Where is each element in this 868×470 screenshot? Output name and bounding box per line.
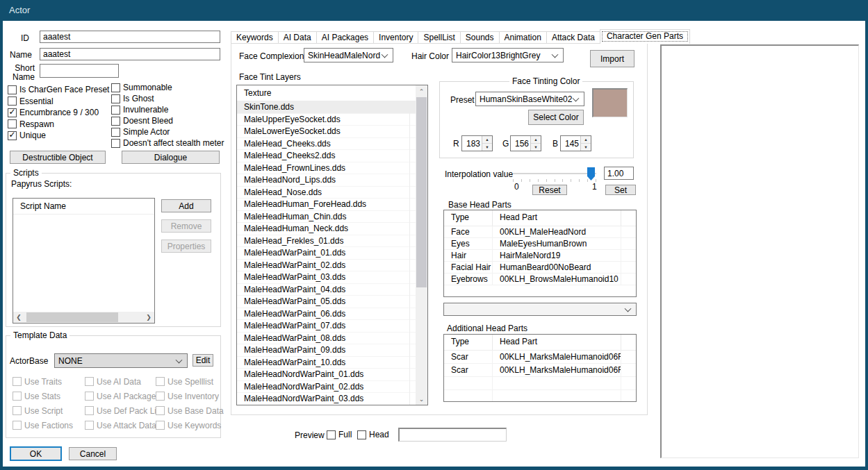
- texture-list-item[interactable]: MaleHeadHuman_ForeHead.dds: [237, 199, 416, 211]
- spin-down-icon[interactable]: ▼: [482, 144, 492, 151]
- table-row[interactable]: Facial HairHumanBeard00NoBeard: [444, 262, 636, 274]
- dialogue-button[interactable]: Dialogue: [122, 151, 220, 164]
- texture-list-item[interactable]: MaleHeadNordWarPaint_02.dds: [237, 381, 416, 394]
- texture-list-item[interactable]: MaleHeadWarPaint_02.dds: [237, 260, 416, 272]
- scripts-horizontal-scrollbar[interactable]: ❮ ❯: [13, 312, 154, 323]
- texture-list-item[interactable]: MaleHeadNordWarPaint_01.dds: [237, 369, 416, 381]
- column-header-head-part[interactable]: Head Part: [493, 210, 621, 226]
- checkbox-use-base-data[interactable]: Use Base Data: [156, 403, 217, 418]
- column-header-spacer[interactable]: [621, 335, 636, 350]
- texture-list-item[interactable]: SkinTone.dds: [237, 101, 416, 114]
- red-spinner[interactable]: 183 ▲▼: [461, 135, 493, 151]
- checkbox-icon[interactable]: [85, 421, 94, 430]
- texture-list-item[interactable]: MaleHead_Frekles_01.dds: [237, 235, 416, 248]
- texture-list-item[interactable]: MaleHeadNordWarPaint_03.dds: [237, 393, 416, 405]
- texture-list-item[interactable]: MaleLowerEyeSocket.dds: [237, 126, 416, 138]
- blue-value[interactable]: 145: [561, 136, 580, 151]
- checkbox-icon[interactable]: [8, 85, 17, 94]
- checkbox-icon[interactable]: [85, 377, 94, 386]
- texture-list-item[interactable]: MaleHeadWarPaint_06.dds: [237, 308, 416, 321]
- checkbox-icon[interactable]: [357, 430, 366, 439]
- column-header-head-part[interactable]: Head Part: [493, 335, 621, 350]
- spin-up-icon[interactable]: ▲: [581, 136, 591, 144]
- checkbox-icon[interactable]: [111, 139, 120, 148]
- checkbox-icon[interactable]: [111, 83, 120, 92]
- checkbox-use-ai-packages[interactable]: Use AI Packages: [85, 389, 156, 403]
- texture-list-item[interactable]: MaleHeadWarPaint_01.dds: [237, 247, 416, 260]
- checkbox-icon[interactable]: [8, 96, 17, 106]
- checkbox-use-inventory[interactable]: Use Inventory: [156, 389, 217, 403]
- table-row[interactable]: [444, 377, 636, 390]
- checkbox-essential[interactable]: Essential: [8, 96, 109, 108]
- tab-keywords[interactable]: Keywords: [231, 31, 279, 44]
- texture-list-item[interactable]: MaleHead_Cheeks.dds: [237, 138, 416, 151]
- tint-preset-combo[interactable]: HumanSkinBaseWhite02: [475, 92, 584, 106]
- checkbox-is-chargen-face-preset[interactable]: Is CharGen Face Preset: [8, 84, 109, 96]
- table-row[interactable]: HairHairMaleNord19: [444, 250, 636, 262]
- destructible-object-button[interactable]: Destructible Object: [10, 151, 106, 164]
- checkbox-encumbrance-9-300[interactable]: ✓Encumbrance 9 / 300: [8, 107, 109, 119]
- set-button[interactable]: Set: [605, 185, 636, 195]
- checkbox-use-script[interactable]: Use Script: [13, 403, 85, 418]
- spin-up-icon[interactable]: ▲: [482, 136, 492, 144]
- texture-list-item[interactable]: MaleHeadWarPaint_09.dds: [237, 344, 416, 357]
- tab-ai-data[interactable]: AI Data: [278, 31, 317, 44]
- checkbox-icon[interactable]: [156, 406, 165, 415]
- checkbox-summonable[interactable]: Summonable: [111, 82, 224, 93]
- checkbox-icon[interactable]: [156, 377, 165, 386]
- additional-head-parts-table[interactable]: TypeHead PartScar00KLH_MarksMaleHumanoid…: [443, 334, 637, 402]
- papyrus-scripts-list[interactable]: Script Name ❮ ❯: [13, 198, 155, 324]
- ok-button[interactable]: OK: [10, 446, 62, 461]
- checkbox-icon[interactable]: [111, 128, 120, 137]
- checkbox-icon[interactable]: [156, 392, 165, 401]
- green-spinner[interactable]: 156 ▲▼: [510, 135, 541, 151]
- checkbox-use-stats[interactable]: Use Stats: [13, 389, 85, 403]
- cancel-button[interactable]: Cancel: [69, 447, 117, 460]
- checkbox-use-ai-data[interactable]: Use AI Data: [85, 374, 156, 389]
- table-header-row[interactable]: TypeHead Part: [444, 210, 636, 226]
- texture-list-item[interactable]: MaleHead_Cheeks2.dds: [237, 150, 416, 162]
- checkbox-unique[interactable]: ✓Unique: [8, 130, 109, 142]
- checkbox-use-keywords[interactable]: Use Keywords: [156, 418, 217, 433]
- preview-full-checkbox[interactable]: Full: [327, 429, 352, 440]
- checkbox-use-traits[interactable]: Use Traits: [13, 374, 85, 389]
- tab-spelllist[interactable]: SpellList: [418, 31, 460, 44]
- tab-sounds[interactable]: Sounds: [460, 31, 500, 44]
- checkbox-invulnerable[interactable]: Invulnerable: [111, 104, 224, 115]
- checkbox-icon[interactable]: [13, 377, 22, 386]
- spin-up-icon[interactable]: ▲: [531, 136, 541, 144]
- tab-character-gen-parts[interactable]: Character Gen Parts: [600, 29, 690, 44]
- texture-list-item[interactable]: MaleHeadWarPaint_08.dds: [237, 333, 416, 345]
- checkbox-icon[interactable]: [85, 406, 94, 415]
- checkbox-is-ghost[interactable]: Is Ghost: [111, 93, 224, 104]
- script-remove-button[interactable]: Remove: [161, 219, 211, 233]
- column-header-type[interactable]: Type: [444, 210, 493, 226]
- select-color-button[interactable]: Select Color: [528, 110, 584, 125]
- tab-animation[interactable]: Animation: [499, 31, 547, 44]
- texture-list-item[interactable]: MaleUpperEyeSocket.dds: [237, 114, 416, 126]
- checkbox-icon[interactable]: [111, 106, 120, 115]
- checkbox-icon[interactable]: [13, 392, 22, 401]
- checkbox-icon[interactable]: [85, 392, 94, 401]
- checkbox-icon[interactable]: [111, 94, 120, 103]
- preview-head-checkbox[interactable]: Head: [357, 429, 389, 440]
- checkbox-respawn[interactable]: Respawn: [8, 119, 109, 131]
- id-input[interactable]: [40, 31, 220, 43]
- tab-ai-packages[interactable]: AI Packages: [316, 31, 374, 44]
- table-header-row[interactable]: TypeHead Part: [444, 335, 636, 351]
- tab-attack-data[interactable]: Attack Data: [546, 31, 600, 44]
- texture-list-item[interactable]: MaleHeadWarPaint_04.dds: [237, 284, 416, 296]
- interpolation-value-input[interactable]: [604, 167, 634, 180]
- table-row[interactable]: Eyebrows00KLH_BrowsMaleHumanoid10: [444, 274, 636, 285]
- checkbox-doesnt-bleed[interactable]: Doesnt Bleed: [111, 115, 224, 126]
- table-row[interactable]: Face00KLH_MaleHeadNord: [444, 226, 636, 238]
- import-button[interactable]: Import: [590, 50, 634, 67]
- texture-list-item[interactable]: MaleHeadHuman_Neck.dds: [237, 223, 416, 235]
- head-part-picker-combo[interactable]: [443, 303, 637, 316]
- checkbox-icon[interactable]: [156, 421, 165, 430]
- column-header-spacer[interactable]: [621, 210, 636, 226]
- checkbox-icon[interactable]: ✓: [8, 108, 17, 117]
- texture-list-item[interactable]: MaleHeadNord_Lips.dds: [237, 174, 416, 187]
- face-tint-layers-list[interactable]: Texture SkinTone.ddsMaleUpperEyeSocket.d…: [236, 85, 428, 405]
- checkbox-icon[interactable]: [8, 119, 17, 128]
